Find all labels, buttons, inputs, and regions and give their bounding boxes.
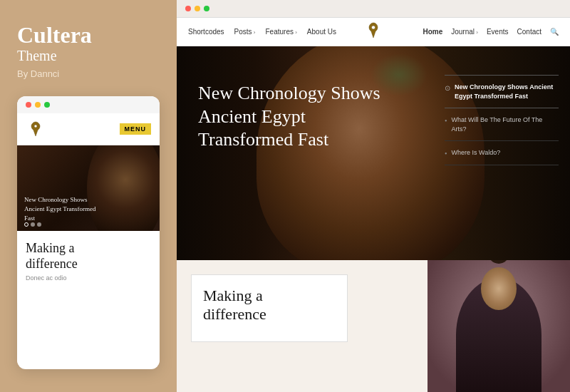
brand-title: Cultera [17, 23, 160, 48]
nav-events[interactable]: Events [487, 28, 509, 36]
bullet-circle-icon: ⊙ [445, 84, 450, 92]
site-logo [363, 21, 383, 43]
carousel-dot-3 [37, 222, 41, 227]
mobile-dot-yellow [35, 102, 41, 108]
nav-about[interactable]: About Us [307, 28, 336, 36]
bullet-dot-icon-2: • [445, 117, 447, 125]
browser-dot-red [185, 6, 191, 11]
mobile-hero-text: New Chronology Shows Ancient Egypt Trans… [24, 195, 103, 222]
mobile-hero-image: New Chronology Shows Ancient Egypt Trans… [17, 145, 160, 231]
brand-author: By Dannci [17, 68, 160, 79]
hero-sidebar-list: ⊙ New Chronology Shows Ancient Egypt Tra… [445, 75, 559, 165]
mobile-making-title: Making adifference [26, 241, 151, 272]
portrait-section [428, 260, 570, 392]
making-difference-title: Making a difference [203, 287, 336, 324]
mobile-making-sub: Donec ac odio [26, 274, 151, 282]
mobile-carousel-dots [24, 222, 41, 227]
sidebar-item-3-text: Where Is Waldo? [452, 148, 501, 158]
sidebar-item-2-text: What Will Be The Future Of The Arts? [452, 115, 559, 133]
portrait-head [481, 267, 517, 310]
hero-sidebar-item-1[interactable]: ⊙ New Chronology Shows Ancient Egypt Tra… [445, 76, 559, 108]
mobile-dot-green [44, 102, 50, 108]
nav-contact[interactable]: Contact [517, 28, 542, 36]
browser-dot-yellow [195, 6, 200, 11]
menu-badge[interactable]: MENU [120, 123, 152, 135]
mobile-bottom: Making adifference Donec ac odio [17, 231, 160, 287]
nav-features[interactable]: Features › [266, 28, 297, 36]
hero-headline: New Chronology Shows Ancient Egypt Trans… [198, 82, 398, 152]
carousel-dot-2 [31, 222, 35, 227]
hero-text-area: New Chronology Shows Ancient Egypt Trans… [198, 82, 398, 152]
left-panel: Cultera Theme By Dannci MENU New Chronol… [0, 0, 177, 392]
right-panel: Shortcodes Posts › Features › About Us H… [177, 0, 570, 392]
hero-sidebar-item-2[interactable]: • What Will Be The Future Of The Arts? [445, 108, 559, 141]
below-left: Making a difference [177, 260, 428, 392]
nav-home[interactable]: Home [423, 28, 442, 36]
mobile-hero: New Chronology Shows Ancient Egypt Trans… [17, 145, 160, 231]
making-difference-box: Making a difference [191, 274, 348, 342]
site-nav-left: Shortcodes Posts › Features › About Us [188, 28, 336, 36]
browser-dot-green [204, 6, 209, 11]
hero-section: New Chronology Shows Ancient Egypt Trans… [177, 46, 570, 260]
mobile-preview-card: MENU New Chronology Shows Ancient Egypt … [17, 96, 160, 369]
mobile-dot-red [26, 102, 31, 108]
nav-posts[interactable]: Posts › [234, 28, 256, 36]
carousel-dot-ring [24, 222, 28, 227]
mobile-top-bar [17, 96, 160, 113]
hero-sidebar-item-3[interactable]: • Where Is Waldo? [445, 141, 559, 165]
mobile-nav: MENU [17, 113, 160, 145]
site-nav-right: Home Journal › Events Contact 🔍 [423, 28, 559, 36]
bullet-dot-icon-3: • [445, 150, 447, 158]
nav-shortcodes[interactable]: Shortcodes [188, 28, 224, 36]
below-hero: Making a difference [177, 260, 570, 392]
brand-subtitle: Theme [17, 48, 160, 64]
nav-journal[interactable]: Journal › [451, 28, 478, 36]
browser-content: Shortcodes Posts › Features › About Us H… [177, 18, 570, 392]
search-icon[interactable]: 🔍 [550, 28, 559, 36]
sidebar-item-1-text: New Chronology Shows Ancient Egypt Trans… [455, 83, 559, 100]
portrait-figure [456, 278, 542, 392]
browser-chrome [177, 0, 570, 18]
mobile-logo-icon [26, 119, 46, 139]
site-nav: Shortcodes Posts › Features › About Us H… [177, 18, 570, 46]
